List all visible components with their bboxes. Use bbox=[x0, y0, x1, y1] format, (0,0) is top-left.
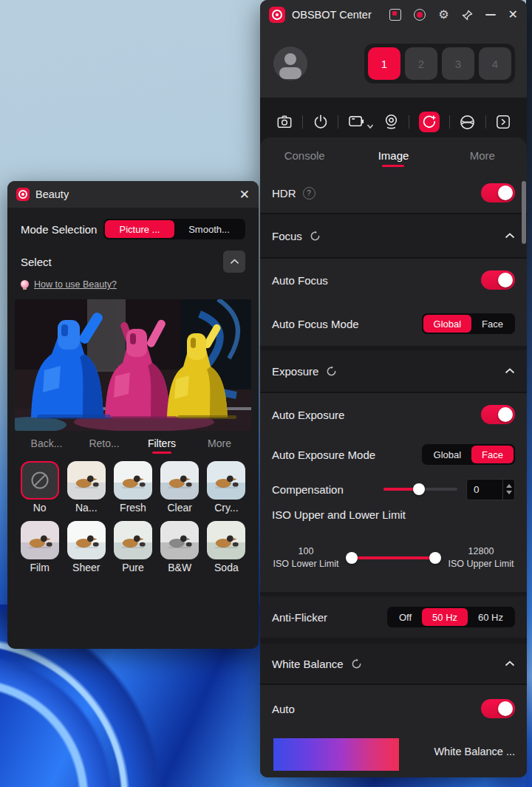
profile-row: 1 2 3 4 bbox=[260, 30, 527, 98]
option-picture[interactable]: Picture ... bbox=[105, 220, 174, 238]
white-balance-title: White Balance bbox=[272, 658, 344, 670]
filter-thumb[interactable] bbox=[207, 521, 245, 559]
filter-thumb[interactable] bbox=[21, 461, 59, 500]
minimize-icon[interactable] bbox=[485, 14, 496, 16]
auto-focus-mode-row: Auto Focus Mode Global Face bbox=[260, 301, 527, 346]
power-icon[interactable] bbox=[313, 114, 329, 130]
hdr-label: HDR bbox=[272, 187, 296, 200]
compensation-slider[interactable] bbox=[383, 488, 457, 491]
filter-item-bw[interactable]: B&W bbox=[160, 521, 199, 573]
reset-icon[interactable] bbox=[351, 658, 362, 670]
virtual-camera-control[interactable] bbox=[348, 115, 374, 129]
auto-focus-toggle[interactable] bbox=[481, 270, 515, 290]
tab-more[interactable]: More bbox=[191, 437, 248, 454]
option-face[interactable]: Face bbox=[471, 315, 514, 333]
filter-thumb[interactable] bbox=[207, 461, 245, 500]
tab-image[interactable]: Image bbox=[349, 143, 437, 167]
filter-item-soda[interactable]: Soda bbox=[207, 521, 245, 573]
option-global[interactable]: Global bbox=[423, 446, 472, 463]
avatar[interactable] bbox=[273, 47, 307, 81]
filter-thumb[interactable] bbox=[114, 521, 152, 559]
filter-item-fresh[interactable]: Fresh bbox=[114, 461, 152, 514]
tab-filters[interactable]: Filters bbox=[133, 437, 191, 454]
reset-icon[interactable] bbox=[310, 231, 321, 242]
tab-console[interactable]: Console bbox=[260, 143, 349, 167]
tab-background[interactable]: Back... bbox=[18, 437, 75, 454]
option-off[interactable]: Off bbox=[389, 608, 422, 626]
pin-icon[interactable] bbox=[462, 10, 473, 21]
iso-limit-label: ISO Upper and Lower Limit bbox=[272, 508, 406, 521]
exposure-section-header[interactable]: Exposure bbox=[260, 350, 527, 392]
auto-focus-label: Auto Focus bbox=[272, 274, 328, 287]
option-50hz[interactable]: 50 Hz bbox=[422, 608, 468, 626]
bulb-icon bbox=[21, 280, 29, 290]
filter-item-natural[interactable]: Na... bbox=[67, 461, 106, 514]
focus-section-header[interactable]: Focus bbox=[260, 214, 527, 257]
option-smooth[interactable]: Smooth... bbox=[174, 220, 244, 238]
filter-thumb[interactable] bbox=[160, 461, 199, 500]
white-balance-section-header[interactable]: White Balance bbox=[260, 644, 527, 684]
exposure-title: Exposure bbox=[272, 365, 318, 378]
tab-more[interactable]: More bbox=[438, 143, 527, 167]
virtual-camera-icon bbox=[348, 115, 365, 129]
spinner-up-icon[interactable] bbox=[506, 484, 512, 488]
close-icon[interactable]: ✕ bbox=[239, 188, 250, 201]
select-label: Select bbox=[21, 256, 52, 268]
ai-tracking-icon bbox=[422, 115, 437, 129]
auto-exposure-mode-row: Auto Exposure Mode Global Face bbox=[260, 436, 527, 473]
gear-icon[interactable]: ⚙ bbox=[438, 9, 449, 21]
iso-upper-label: ISO Upper Limit bbox=[447, 558, 515, 570]
reset-icon[interactable] bbox=[326, 366, 337, 377]
preset-button-2[interactable]: 2 bbox=[405, 47, 437, 80]
tab-retouch[interactable]: Reto... bbox=[75, 437, 133, 454]
collapse-button[interactable] bbox=[223, 251, 245, 273]
webcam-icon[interactable] bbox=[383, 114, 399, 130]
snapshot-camera-icon[interactable] bbox=[276, 114, 293, 130]
filter-thumb[interactable] bbox=[114, 461, 152, 500]
option-global[interactable]: Global bbox=[423, 315, 472, 333]
close-icon[interactable]: ✕ bbox=[508, 9, 518, 21]
option-face[interactable]: Face bbox=[471, 446, 514, 463]
filter-item-film[interactable]: Film bbox=[21, 521, 59, 573]
chevron-up-icon[interactable] bbox=[505, 233, 515, 239]
preset-button-4[interactable]: 4 bbox=[479, 47, 511, 80]
beauty-titlebar[interactable]: Beauty ✕ bbox=[7, 181, 259, 208]
preset-button-1[interactable]: 1 bbox=[368, 47, 400, 80]
white-balance-gradient[interactable] bbox=[273, 738, 399, 771]
hdr-toggle[interactable] bbox=[481, 183, 515, 202]
question-icon[interactable]: ? bbox=[303, 187, 316, 200]
compensation-row: Compensation 0 bbox=[260, 473, 527, 505]
filter-item-pure[interactable]: Pure bbox=[114, 521, 152, 573]
filter-item-clear[interactable]: Clear bbox=[160, 461, 199, 514]
filter-thumb[interactable] bbox=[67, 461, 106, 500]
wb-auto-toggle[interactable] bbox=[481, 699, 515, 718]
settings-panel: Console Image More HDR ? Focus Auto Focu… bbox=[260, 137, 527, 777]
filter-thumb[interactable] bbox=[67, 521, 106, 559]
window-titlebar[interactable]: OBSBOT Center ⚙ ✕ bbox=[260, 0, 527, 30]
filter-thumb[interactable] bbox=[160, 521, 199, 559]
auto-focus-row: Auto Focus bbox=[260, 259, 527, 301]
device-preview-icon[interactable] bbox=[389, 9, 401, 21]
window-header: OBSBOT Center ⚙ ✕ 1 2 3 4 bbox=[260, 0, 527, 98]
side-panel-icon[interactable] bbox=[496, 115, 511, 129]
iso-range-slider[interactable] bbox=[349, 556, 438, 559]
chevron-up-icon[interactable] bbox=[505, 368, 515, 374]
preset-button-3[interactable]: 3 bbox=[442, 47, 474, 80]
preset-group: 1 2 3 4 bbox=[364, 44, 515, 84]
option-60hz[interactable]: 60 Hz bbox=[468, 608, 514, 626]
filter-item-no[interactable]: No bbox=[21, 461, 59, 514]
spinner-down-icon[interactable] bbox=[506, 491, 512, 494]
filter-item-sheer[interactable]: Sheer bbox=[67, 521, 106, 573]
firmware-icon[interactable] bbox=[414, 9, 426, 21]
gimbal-icon[interactable] bbox=[459, 114, 476, 131]
scrollbar-thumb[interactable] bbox=[522, 181, 526, 244]
chevron-up-icon[interactable] bbox=[505, 661, 515, 667]
compensation-input[interactable]: 0 bbox=[466, 479, 515, 500]
filter-item-crystal[interactable]: Cry... bbox=[207, 461, 245, 514]
spinner[interactable] bbox=[502, 480, 514, 500]
chevron-up-icon bbox=[230, 259, 239, 265]
filter-thumb[interactable] bbox=[21, 521, 59, 559]
how-to-use-link[interactable]: How to use Beauty? bbox=[34, 279, 117, 290]
auto-exposure-toggle[interactable] bbox=[481, 405, 515, 424]
ai-tracking-button[interactable] bbox=[419, 112, 440, 132]
